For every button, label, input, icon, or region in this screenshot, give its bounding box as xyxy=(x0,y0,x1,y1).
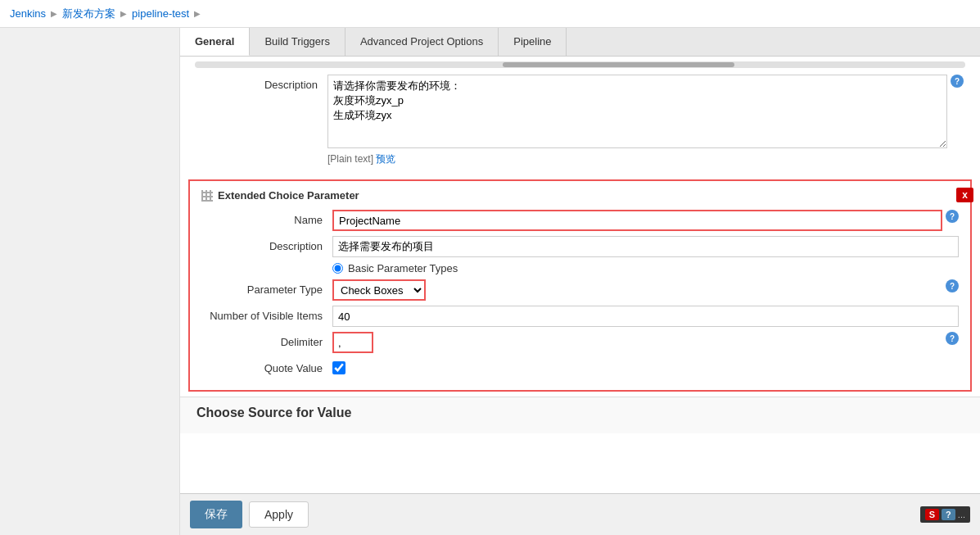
description-section: Description 请选择你需要发布的环境： 灰度环境zyx_p 生成环境z… xyxy=(180,68,980,175)
ecp-grid-icon xyxy=(201,190,213,202)
description-help-icon[interactable]: ? xyxy=(951,75,964,88)
breadcrumb-pipeline[interactable]: pipeline-test xyxy=(132,7,189,20)
breadcrumb-arrow-1: ▶ xyxy=(51,9,57,18)
ecp-delete-button[interactable]: x xyxy=(956,188,973,202)
tab-bar: General Build Triggers Advanced Project … xyxy=(180,28,980,57)
parameter-type-label: Parameter Type xyxy=(201,279,332,296)
tab-advanced-options[interactable]: Advanced Project Options xyxy=(345,28,499,56)
parameter-type-control: Check Boxes Single Select Multi Select R… xyxy=(332,279,942,301)
name-inner: Name xyxy=(201,210,942,231)
name-label: Name xyxy=(201,210,332,226)
visible-items-label: Number of Visible Items xyxy=(201,306,332,322)
quote-value-checkbox[interactable] xyxy=(332,361,345,374)
bottom-bar: 保存 Apply S ? ... xyxy=(180,493,980,535)
name-control xyxy=(332,210,942,231)
preview-link[interactable]: 预览 xyxy=(376,153,395,165)
breadcrumb-arrow-3: ▶ xyxy=(194,9,201,18)
parameter-type-row: Parameter Type Check Boxes Single Select… xyxy=(201,279,959,301)
parameter-type-help-icon[interactable]: ? xyxy=(946,279,959,292)
breadcrumb-fanbu[interactable]: 新发布方案 xyxy=(62,7,115,21)
delimiter-label: Delimiter xyxy=(201,332,332,348)
visible-items-input[interactable] xyxy=(332,306,959,327)
scroll-thumb xyxy=(503,62,734,67)
name-help-icon[interactable]: ? xyxy=(946,210,959,223)
tab-general[interactable]: General xyxy=(180,28,250,56)
basic-parameter-types-row: Basic Parameter Types xyxy=(201,262,959,274)
description-control: 请选择你需要发布的环境： 灰度环境zyx_p 生成环境zyx [Plain te… xyxy=(327,75,947,166)
description-label: Description xyxy=(196,75,327,91)
scroll-indicator xyxy=(195,61,965,68)
description-inner: Description 请选择你需要发布的环境： 灰度环境zyx_p 生成环境z… xyxy=(196,75,947,166)
visible-items-inner: Number of Visible Items xyxy=(201,306,959,327)
breadcrumb-jenkins[interactable]: Jenkins xyxy=(10,7,46,20)
tab-build-triggers[interactable]: Build Triggers xyxy=(250,28,345,56)
choose-source-section: Choose Source for Value xyxy=(180,397,980,433)
status-dots: ... xyxy=(958,510,965,519)
delimiter-inner: Delimiter xyxy=(201,332,942,353)
sidebar xyxy=(0,28,180,535)
quote-value-label: Quote Value xyxy=(201,358,332,374)
delimiter-input[interactable] xyxy=(332,332,373,353)
breadcrumb-bar: Jenkins ▶ 新发布方案 ▶ pipeline-test ▶ xyxy=(0,0,980,28)
plain-text-row: [Plain text] 预览 xyxy=(327,152,947,166)
description-textarea[interactable]: 请选择你需要发布的环境： 灰度环境zyx_p 生成环境zyx xyxy=(327,75,947,148)
form-area: Description 请选择你需要发布的环境： 灰度环境zyx_p 生成环境z… xyxy=(180,57,980,493)
save-button[interactable]: 保存 xyxy=(190,501,242,528)
parameter-type-inner: Parameter Type Check Boxes Single Select… xyxy=(201,279,942,301)
main-container: General Build Triggers Advanced Project … xyxy=(0,28,980,535)
ecp-description-input[interactable] xyxy=(332,236,959,257)
ecp-block: x Extended Choice Parameter Name ? xyxy=(188,179,972,392)
description-row: Description 请选择你需要发布的环境： 灰度环境zyx_p 生成环境z… xyxy=(196,75,964,166)
tab-pipeline[interactable]: Pipeline xyxy=(499,28,567,56)
apply-button[interactable]: Apply xyxy=(249,501,309,528)
name-input[interactable] xyxy=(332,210,942,231)
status-bar: S ? ... xyxy=(920,506,970,523)
choose-source-title: Choose Source for Value xyxy=(196,406,964,420)
parameter-type-select[interactable]: Check Boxes Single Select Multi Select R… xyxy=(332,279,426,301)
delimiter-row: Delimiter ? xyxy=(201,332,959,353)
visible-items-row: Number of Visible Items xyxy=(201,306,959,327)
delimiter-control xyxy=(332,332,942,353)
visible-items-control xyxy=(332,306,959,327)
plain-text-label: [Plain text] xyxy=(327,153,373,165)
breadcrumb-arrow-2: ▶ xyxy=(120,9,127,18)
ecp-title-label: Extended Choice Parameter xyxy=(218,189,359,202)
ecp-description-label: Description xyxy=(201,236,332,252)
delimiter-help-icon[interactable]: ? xyxy=(946,332,959,345)
quote-value-control xyxy=(332,358,959,377)
name-row: Name ? xyxy=(201,210,959,231)
quote-value-row: Quote Value xyxy=(201,358,959,377)
question-status-icon: ? xyxy=(942,509,955,520)
content-area: General Build Triggers Advanced Project … xyxy=(180,28,980,535)
ecp-description-control xyxy=(332,236,959,257)
basic-parameter-types-radio[interactable] xyxy=(332,263,343,274)
quote-value-inner: Quote Value xyxy=(201,358,959,377)
basic-parameter-types-label: Basic Parameter Types xyxy=(348,262,458,274)
ecp-title: Extended Choice Parameter xyxy=(201,189,959,202)
s-icon: S xyxy=(925,509,939,520)
ecp-description-inner: Description xyxy=(201,236,959,257)
ecp-description-row: Description xyxy=(201,236,959,257)
